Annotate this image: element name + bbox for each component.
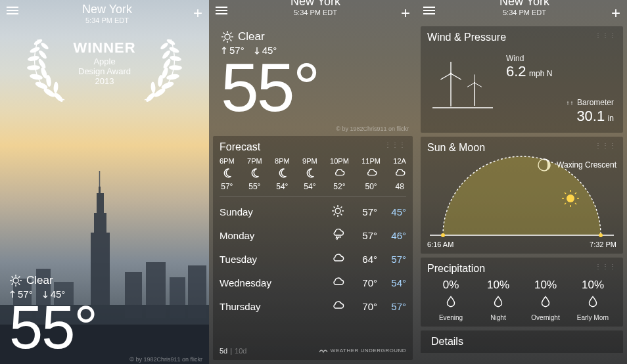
cloud-icon — [333, 167, 345, 179]
drag-handle-icon[interactable]: ⋮⋮⋮ — [595, 263, 616, 270]
barometer-label: Barometer — [577, 98, 614, 107]
location-name: New York — [230, 0, 401, 9]
details-card[interactable]: Details — [421, 330, 623, 353]
sun-arc-diagram — [427, 176, 616, 239]
current-temp: 55° — [221, 53, 405, 122]
location-name: New York — [21, 3, 193, 16]
hour-temp: 57° — [220, 182, 235, 191]
storm-icon — [331, 228, 344, 241]
precip-percent: 10% — [522, 279, 569, 292]
wind-title: Wind & Pressure — [427, 32, 506, 43]
location-time: 5:34 PM EDT — [230, 9, 401, 16]
drag-handle-icon[interactable]: ⋮⋮⋮ — [595, 32, 616, 39]
precip-item[interactable]: 10% Overnight — [522, 279, 569, 321]
cloud-icon — [394, 167, 406, 179]
precip-label: Night — [475, 314, 522, 321]
location-time: 5:34 PM EDT — [21, 16, 193, 24]
hour-time: 10PM — [330, 157, 349, 165]
sun-icon — [221, 30, 234, 43]
location-name: New York — [438, 0, 611, 9]
precip-label: Overnight — [522, 314, 569, 321]
data-source[interactable]: WEATHER UNDERGROUND — [319, 347, 406, 353]
precip-title: Precipitation — [427, 263, 485, 274]
hourly-item[interactable]: 7PM 55° — [247, 157, 262, 191]
hourly-item[interactable]: 6PM 57° — [220, 157, 235, 191]
wind-label: Wind — [506, 54, 614, 63]
toggle-10d[interactable]: 10d — [235, 347, 246, 355]
drop-icon — [444, 294, 458, 309]
barometer-trend-icon: ↑↑ — [567, 99, 574, 106]
precipitation-card[interactable]: Precipitation⋮⋮⋮ 0% Evening 10% Night 10… — [421, 258, 623, 327]
day-high: 70° — [348, 301, 377, 312]
day-name: Sunday — [220, 206, 327, 217]
range-toggle[interactable]: 5d|10d WEATHER UNDERGROUND — [220, 344, 406, 355]
hourly-forecast[interactable]: 6PM 57° 7PM 55° 8PM 54° 9PM 54° 10PM 52°… — [220, 157, 406, 197]
current-weather[interactable]: Clear 57° 45° 55° — [209, 26, 417, 124]
current-temp: 55° — [9, 297, 97, 357]
screen-main: New York 5:34 PM EDT + WINNER Apple Desi… — [0, 0, 209, 364]
photo-attribution: © by 1982Chris911 on flickr — [209, 124, 417, 136]
precip-label: Evening — [427, 314, 475, 321]
source-label: WEATHER UNDERGROUND — [331, 348, 406, 353]
hourly-item[interactable]: 11PM 50° — [361, 157, 381, 191]
precip-item[interactable]: 0% Evening — [427, 279, 475, 321]
barometer-unit: in — [608, 114, 614, 123]
precip-item[interactable]: 10% Early Morn — [569, 279, 616, 321]
daily-row[interactable]: Monday 57° 46° — [220, 223, 406, 247]
wind-speed: 6.2 — [506, 63, 526, 80]
moon-phase-label: Waxing Crescent — [557, 160, 616, 170]
sun-icon — [9, 274, 22, 287]
drop-icon — [538, 294, 553, 309]
award-line3: 2013 — [29, 76, 180, 86]
header-location[interactable]: New York 5:34 PM EDT — [230, 3, 401, 16]
day-name: Wednesday — [220, 277, 327, 288]
sunset-time: 7:32 PM — [590, 240, 616, 248]
daily-row[interactable]: Wednesday 70° 54° — [220, 271, 406, 294]
hourly-item[interactable]: 10PM 52° — [330, 157, 349, 191]
location-time: 5:34 PM EDT — [438, 9, 611, 16]
hour-time: 11PM — [361, 157, 381, 165]
sun-moon-card[interactable]: Sun & Moon⋮⋮⋮ Waxing Crescent — [421, 137, 623, 254]
precip-item[interactable]: 10% Night — [475, 279, 522, 321]
moon-icon — [304, 167, 315, 179]
hourly-item[interactable]: 12A 48 — [393, 157, 406, 191]
daily-row[interactable]: Sunday 57° 45° — [220, 200, 406, 223]
drag-handle-icon[interactable]: ⋮⋮⋮ — [384, 141, 406, 148]
drop-icon — [491, 294, 505, 309]
hour-temp: 54° — [275, 182, 290, 191]
day-name: Tuesday — [220, 254, 327, 265]
header-location[interactable]: New York 5:34 PM EDT — [438, 3, 611, 16]
current-weather[interactable]: Clear 57° 45° 55° — [9, 274, 97, 357]
precip-percent: 0% — [427, 279, 475, 292]
cloud-icon — [331, 299, 344, 312]
daily-row[interactable]: Thursday 70° 57° — [220, 294, 406, 318]
menu-button[interactable] — [423, 3, 438, 14]
day-name: Thursday — [220, 301, 327, 312]
day-low: 46° — [377, 230, 406, 241]
header-location[interactable]: New York 5:34 PM EDT — [21, 3, 193, 24]
day-low: 45° — [377, 206, 406, 217]
toggle-5d[interactable]: 5d — [220, 347, 227, 355]
award-badge: WINNER Apple Design Award 2013 — [29, 39, 180, 86]
drop-icon — [586, 294, 600, 309]
award-line2: Design Award — [29, 66, 180, 76]
menu-button[interactable] — [216, 3, 230, 14]
add-location-button[interactable]: + — [193, 3, 202, 22]
add-location-button[interactable]: + — [611, 3, 620, 22]
wind-pressure-card[interactable]: Wind & Pressure⋮⋮⋮ Wind 6.2 mph N ↑↑ Bar… — [421, 26, 623, 133]
hourly-item[interactable]: 8PM 54° — [275, 157, 290, 191]
windmill-icon — [430, 54, 496, 125]
hour-time: 6PM — [220, 157, 235, 165]
drag-handle-icon[interactable]: ⋮⋮⋮ — [595, 142, 616, 149]
forecast-card[interactable]: Forecast⋮⋮⋮ 6PM 57° 7PM 55° 8PM 54° 9PM … — [213, 136, 413, 360]
add-location-button[interactable]: + — [401, 3, 410, 22]
precip-label: Early Morn — [569, 314, 616, 321]
moon-icon — [276, 167, 288, 179]
daily-row[interactable]: Tuesday 64° 57° — [220, 247, 406, 271]
menu-button[interactable] — [7, 3, 21, 14]
day-high: 57° — [348, 206, 377, 217]
hourly-item[interactable]: 9PM 54° — [302, 157, 317, 191]
wind-unit: mph N — [529, 69, 552, 78]
daily-forecast[interactable]: Sunday 57° 45° Monday 57° 46° Tuesday 64… — [220, 200, 406, 344]
svg-point-46 — [567, 194, 574, 202]
